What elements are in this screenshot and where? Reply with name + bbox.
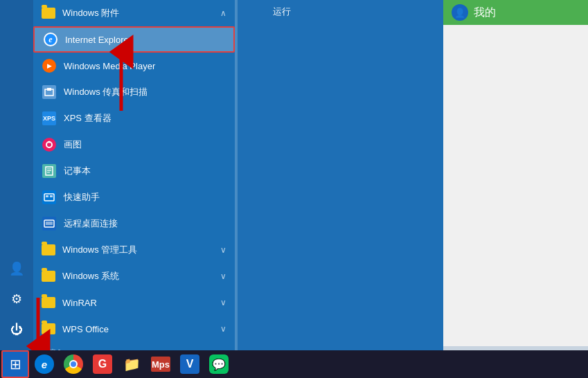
- sidebar-settings-icon[interactable]: ⚙: [3, 285, 30, 313]
- notepad-item[interactable]: 记事本: [33, 158, 235, 184]
- quick-assist-app-icon: [42, 190, 57, 205]
- folder-admin-expand-icon: ∨: [220, 245, 226, 255]
- remote-desktop-label: 远程桌面连接: [64, 217, 118, 230]
- notepad-app-icon: [42, 163, 57, 179]
- windows-system-label: Windows 系统: [62, 270, 119, 282]
- xps-label: XPS 查看器: [64, 112, 112, 125]
- chrome-taskbar-icon[interactable]: [60, 350, 87, 378]
- right-panel-title: 我的: [474, 6, 496, 20]
- taskbar: ⊞ e G 📁 Mps V 💬: [0, 350, 588, 378]
- wps-office-label: WPS Office: [62, 324, 109, 334]
- folder-expand-icon: ∧: [220, 8, 226, 18]
- ie-app-icon: e: [43, 32, 58, 47]
- windows-admin-item[interactable]: Windows 管理工具 ∨: [33, 237, 235, 263]
- v-app-taskbar-icon[interactable]: V: [176, 350, 204, 378]
- fax-app-icon: [42, 84, 57, 100]
- folder-winrar-expand-icon: ∨: [220, 298, 226, 307]
- internet-explorer-item[interactable]: e Internet Explorer: [33, 26, 235, 53]
- wps-office-item[interactable]: WPS Office ∨: [33, 316, 235, 342]
- folder-admin-icon: [42, 244, 55, 255]
- quick-assist-item[interactable]: 快速助手: [33, 184, 235, 210]
- remote-desktop-item[interactable]: 远程桌面连接: [33, 210, 235, 237]
- quick-assist-label: 快速助手: [64, 191, 100, 204]
- folder-system-icon: [42, 271, 55, 282]
- scroll-divider: [235, 0, 238, 350]
- folder-icon: [42, 8, 55, 19]
- winrar-item[interactable]: WinRAR ∨: [33, 289, 235, 316]
- edge-taskbar-icon[interactable]: e: [30, 350, 58, 378]
- sidebar-power-icon[interactable]: ⏻: [3, 316, 30, 343]
- folder-winrar-icon: [42, 297, 55, 308]
- start-button[interactable]: ⊞: [1, 350, 29, 378]
- svg-point-3: [48, 141, 51, 143]
- start-sidebar: 👤 ⚙ ⏻: [0, 0, 33, 350]
- file-explorer-taskbar-icon[interactable]: 📁: [118, 350, 145, 378]
- tiles-area: 运行: [238, 0, 443, 350]
- svg-rect-12: [46, 222, 53, 225]
- windows-system-item[interactable]: Windows 系统 ∨: [33, 263, 235, 289]
- run-label: 运行: [273, 6, 291, 18]
- fax-label: Windows 传真和扫描: [64, 86, 148, 98]
- svg-rect-10: [50, 195, 53, 197]
- remote-desktop-app-icon: [42, 216, 57, 231]
- xps-app-icon: XPS: [42, 111, 57, 126]
- right-panel-header: 👤 我的: [443, 0, 588, 25]
- sidebar-user-icon[interactable]: 👤: [3, 255, 30, 282]
- user-avatar-icon: 👤: [452, 4, 468, 21]
- word-taskbar-icon[interactable]: Mps: [147, 350, 175, 378]
- paint-label: 画图: [64, 138, 82, 151]
- windows-accessories-item[interactable]: Windows 附件 ∧: [33, 0, 235, 26]
- paint-item[interactable]: 画图: [33, 132, 235, 158]
- internet-explorer-label: Internet Explorer: [65, 35, 132, 45]
- right-panel: 👤 我的: [443, 0, 588, 346]
- app-list: Windows 附件 ∧ e Internet Explorer ▶: [33, 0, 235, 350]
- folder-system-expand-icon: ∨: [220, 271, 226, 281]
- app-list-container: Windows 附件 ∧ e Internet Explorer ▶: [33, 0, 238, 350]
- windows-accessories-label: Windows 附件: [62, 7, 119, 19]
- wechat-taskbar-icon[interactable]: 💬: [205, 350, 233, 378]
- svg-rect-9: [46, 195, 48, 197]
- windows-admin-label: Windows 管理工具: [62, 244, 137, 256]
- notepad-label: 记事本: [64, 165, 91, 177]
- section-pinyin-j: 拼音J: [33, 342, 235, 350]
- windows-media-player-label: Windows Media Player: [64, 61, 155, 71]
- windows-fax-item[interactable]: Windows 传真和扫描: [33, 79, 235, 105]
- winrar-label: WinRAR: [62, 298, 97, 308]
- desktop: 👤 我的 👤 ⚙ ⏻ Windows 附件: [0, 0, 588, 378]
- xps-viewer-item[interactable]: XPS XPS 查看器: [33, 105, 235, 132]
- folder-wps-expand-icon: ∨: [220, 324, 226, 334]
- g-app-taskbar-icon[interactable]: G: [89, 350, 116, 378]
- windows-media-player-item[interactable]: ▶ Windows Media Player: [33, 53, 235, 79]
- svg-rect-1: [47, 88, 51, 91]
- start-menu: 👤 ⚙ ⏻ Windows 附件 ∧: [0, 0, 443, 350]
- paint-app-icon: [42, 137, 57, 152]
- wmp-app-icon: ▶: [42, 58, 57, 73]
- folder-wps-icon: [42, 323, 55, 334]
